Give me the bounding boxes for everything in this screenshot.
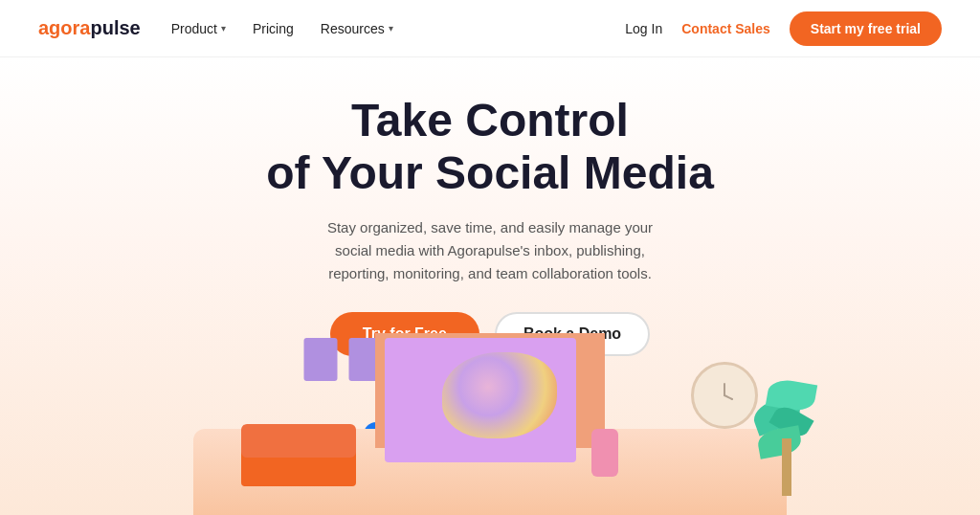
hero-title: Take Control of Your Social Media [266, 94, 714, 199]
login-button[interactable]: Log In [625, 21, 662, 36]
plant-shape [748, 381, 825, 496]
logo[interactable]: agorapulse [38, 17, 141, 39]
hero-subtitle: Stay organized, save time, and easily ma… [318, 216, 662, 285]
nav-resources[interactable]: Resources ▾ [321, 21, 393, 36]
hero-illustration [155, 343, 825, 515]
svg-line-4 [724, 395, 732, 399]
start-trial-button[interactable]: Start my free trial [790, 11, 942, 46]
chevron-down-icon: ▾ [221, 23, 226, 34]
wall-block-1 [304, 338, 338, 381]
chevron-down-icon: ▾ [389, 23, 393, 34]
logo-agora: agora [38, 17, 90, 39]
plant-stem [782, 438, 791, 496]
candy-shape [442, 352, 557, 438]
contact-sales-button[interactable]: Contact Sales [681, 21, 770, 36]
sofa-back-shape [241, 424, 356, 458]
nav-product[interactable]: Product ▾ [171, 21, 226, 36]
nav-links: Product ▾ Pricing Resources ▾ [171, 21, 626, 36]
navbar: agorapulse Product ▾ Pricing Resources ▾… [0, 0, 980, 57]
nav-pricing[interactable]: Pricing [253, 21, 294, 36]
nav-right: Log In Contact Sales Start my free trial [625, 11, 942, 46]
logo-pulse: pulse [90, 17, 140, 39]
hero-section: Take Control of Your Social Media Stay o… [0, 57, 980, 515]
phone-shape [591, 429, 618, 477]
